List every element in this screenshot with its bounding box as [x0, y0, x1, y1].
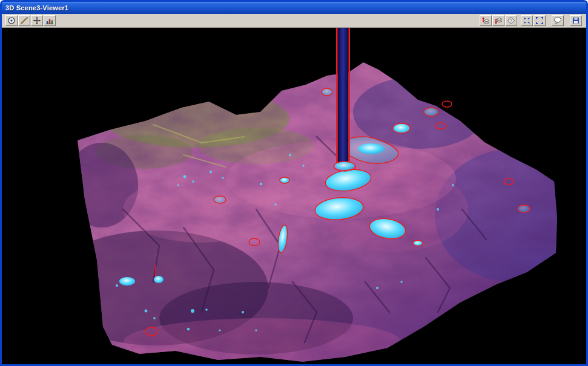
- svg-text:?: ?: [510, 19, 512, 23]
- lower-layer-button[interactable]: [492, 15, 504, 26]
- pan-button[interactable]: [31, 15, 43, 26]
- fit-to-frame-button[interactable]: [521, 15, 533, 26]
- app-window: 3D Scene3-Viewer1: [0, 0, 588, 366]
- profile-chart-icon: [45, 16, 54, 25]
- fit-to-frame-icon: [523, 16, 531, 25]
- expand-view-icon: [535, 16, 544, 25]
- measure-button[interactable]: [18, 15, 30, 26]
- pan-icon: [33, 16, 41, 25]
- profile-chart-button[interactable]: [44, 15, 56, 26]
- message-balloon-icon: [553, 16, 562, 25]
- message-balloon-button[interactable]: [552, 15, 564, 26]
- view-mode-icon: [7, 16, 16, 25]
- save-icon: [572, 16, 580, 25]
- window-title: 3D Scene3-Viewer1: [5, 4, 68, 11]
- measure-icon: [20, 16, 28, 25]
- query-diamond-button[interactable]: ?: [505, 15, 517, 26]
- terrain-surface: [2, 28, 586, 364]
- save-button[interactable]: [570, 15, 582, 26]
- 3d-viewport[interactable]: [2, 28, 586, 364]
- terrain-scene: [2, 28, 586, 364]
- view-mode-button[interactable]: [5, 15, 18, 26]
- expand-view-button[interactable]: [533, 15, 546, 26]
- lower-layer-icon: [494, 16, 503, 25]
- raise-layer-icon: [481, 16, 490, 25]
- raise-layer-button[interactable]: [480, 15, 492, 26]
- titlebar[interactable]: 3D Scene3-Viewer1: [2, 2, 586, 14]
- toolbar: ?: [2, 14, 586, 28]
- query-diamond-icon: ?: [507, 16, 515, 25]
